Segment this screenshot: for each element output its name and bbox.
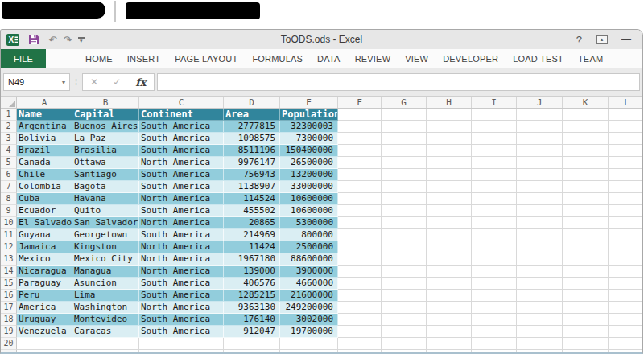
cell-L2[interactable]	[609, 121, 642, 133]
cell-C8[interactable]: North America	[139, 193, 224, 205]
cell-G18[interactable]	[382, 314, 427, 326]
cell-E9[interactable]: 10600000	[280, 205, 338, 217]
cell-E7[interactable]: 33000000	[280, 181, 338, 193]
cell-A12[interactable]: Jamaica	[17, 241, 72, 253]
cell-C7[interactable]: South America	[139, 181, 224, 193]
cell-F12[interactable]	[338, 241, 382, 253]
cell-B15[interactable]: Asuncion	[72, 278, 139, 290]
cell-K18[interactable]	[563, 314, 609, 326]
cell-A6[interactable]: Chile	[17, 169, 72, 181]
cell-I2[interactable]	[472, 121, 517, 133]
cell-G7[interactable]	[382, 181, 427, 193]
cell-E18[interactable]: 3002000	[280, 314, 338, 326]
cell-F14[interactable]	[338, 266, 382, 278]
cell-E19[interactable]: 19700000	[280, 326, 338, 338]
cell-I7[interactable]	[472, 181, 517, 193]
cell-L9[interactable]	[609, 205, 642, 217]
cell-G15[interactable]	[382, 278, 427, 290]
cell-D15[interactable]: 406576	[224, 278, 280, 290]
cell-H7[interactable]	[427, 181, 472, 193]
cell-A20[interactable]	[17, 338, 72, 350]
name-box[interactable]: N49 ▾	[3, 73, 70, 91]
cell-A16[interactable]: Peru	[17, 290, 72, 302]
cell-I9[interactable]	[472, 205, 517, 217]
cell-D10[interactable]: 20865	[224, 217, 280, 229]
help-button[interactable]: ?	[576, 34, 582, 46]
cell-C14[interactable]: North America	[139, 266, 224, 278]
cell-F9[interactable]	[338, 205, 382, 217]
cell-I17[interactable]	[472, 302, 517, 314]
cell-G17[interactable]	[382, 302, 427, 314]
column-header-D[interactable]: D	[224, 97, 280, 108]
cell-H4[interactable]	[427, 145, 472, 157]
tab-page-layout[interactable]: PAGE LAYOUT	[167, 49, 245, 68]
cell-H1[interactable]	[427, 109, 472, 121]
cell-E6[interactable]: 13200000	[280, 169, 338, 181]
cell-E5[interactable]: 26500000	[280, 157, 338, 169]
cell-L11[interactable]	[609, 229, 642, 241]
cell-A7[interactable]: Colombia	[17, 181, 72, 193]
cell-D21[interactable]	[224, 350, 280, 352]
row-header-5[interactable]: 5	[1, 157, 17, 169]
cell-L3[interactable]	[609, 133, 642, 145]
cell-H18[interactable]	[427, 314, 472, 326]
cell-B18[interactable]: Montevideo	[72, 314, 139, 326]
cell-K20[interactable]	[563, 338, 609, 350]
cell-F20[interactable]	[338, 338, 382, 350]
column-header-C[interactable]: C	[139, 97, 224, 108]
cell-J20[interactable]	[517, 338, 563, 350]
cell-F21[interactable]	[338, 350, 382, 352]
cell-D1[interactable]: Area	[224, 109, 280, 121]
row-header-1[interactable]: 1	[1, 109, 17, 121]
cell-G12[interactable]	[382, 241, 427, 253]
cell-I18[interactable]	[472, 314, 517, 326]
cell-A19[interactable]: Venezuela	[17, 326, 72, 338]
cell-B16[interactable]: Lima	[72, 290, 139, 302]
cell-D16[interactable]: 1285215	[224, 290, 280, 302]
column-header-A[interactable]: A	[17, 97, 72, 108]
cell-D6[interactable]: 756943	[224, 169, 280, 181]
cell-J21[interactable]	[517, 350, 563, 352]
cell-A13[interactable]: Mexico	[17, 253, 72, 266]
tab-view[interactable]: VIEW	[398, 49, 436, 68]
cell-C11[interactable]: South America	[139, 229, 224, 241]
cell-J14[interactable]	[517, 266, 563, 278]
cell-C19[interactable]: South America	[139, 326, 224, 338]
cell-B13[interactable]: Mexico City	[72, 253, 139, 266]
cell-B20[interactable]	[72, 338, 139, 350]
cell-A14[interactable]: Nicaragua	[17, 266, 72, 278]
cell-E4[interactable]: 150400000	[280, 145, 338, 157]
cell-G5[interactable]	[382, 157, 427, 169]
cell-G10[interactable]	[382, 217, 427, 229]
cell-E2[interactable]: 32300003	[280, 121, 338, 133]
cell-J17[interactable]	[517, 302, 563, 314]
tab-home[interactable]: HOME	[78, 49, 120, 68]
cell-D8[interactable]: 114524	[224, 193, 280, 205]
cell-H9[interactable]	[427, 205, 472, 217]
tab-data[interactable]: DATA	[310, 49, 348, 68]
cell-H17[interactable]	[427, 302, 472, 314]
cell-D4[interactable]: 8511196	[224, 145, 280, 157]
undo-dropdown-icon[interactable]: ▾	[52, 36, 55, 43]
cell-L21[interactable]	[609, 350, 642, 352]
formula-input[interactable]	[157, 73, 640, 91]
cell-K7[interactable]	[563, 181, 609, 193]
cell-E14[interactable]: 3900000	[280, 266, 338, 278]
cell-G13[interactable]	[382, 253, 427, 266]
column-header-B[interactable]: B	[72, 97, 139, 108]
customize-quick-access-button[interactable]: ▾	[78, 37, 85, 43]
cell-D13[interactable]: 1967180	[224, 253, 280, 266]
tab-file[interactable]: FILE	[1, 49, 46, 68]
cell-K19[interactable]	[563, 326, 609, 338]
cell-A1[interactable]: Name	[17, 109, 72, 121]
select-all-corner[interactable]	[1, 97, 17, 108]
cell-F15[interactable]	[338, 278, 382, 290]
cell-C4[interactable]: South America	[139, 145, 224, 157]
cell-F11[interactable]	[338, 229, 382, 241]
cell-F10[interactable]	[338, 217, 382, 229]
redo-button[interactable]: ↷ ▾	[63, 35, 68, 45]
cell-D7[interactable]: 1138907	[224, 181, 280, 193]
cell-D12[interactable]: 11424	[224, 241, 280, 253]
cell-L20[interactable]	[609, 338, 642, 350]
enter-icon[interactable]: ✓	[105, 76, 128, 88]
